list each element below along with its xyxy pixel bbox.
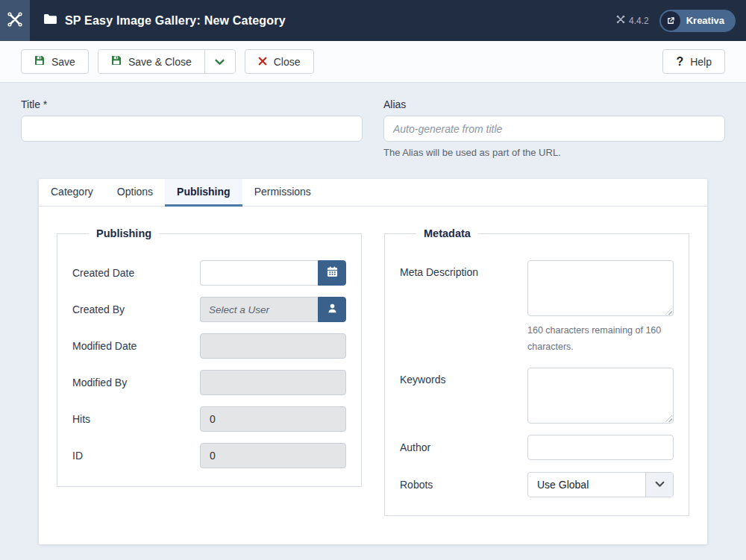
created-by-group (200, 297, 346, 322)
alias-input[interactable] (383, 116, 725, 142)
close-button[interactable]: Close (245, 49, 314, 74)
created-date-input[interactable] (200, 260, 318, 286)
created-date-group (200, 260, 346, 286)
tab-category[interactable]: Category (39, 179, 105, 207)
save-label: Save (51, 56, 75, 68)
robots-select[interactable]: Use Global (527, 472, 674, 497)
modified-date-label: Modified Date (72, 340, 200, 352)
title-label: Title * (21, 98, 363, 110)
author-label: Author (400, 441, 527, 453)
joomla-version-icon (616, 15, 625, 26)
alias-help-text: The Alias will be used as part of the UR… (383, 147, 725, 158)
tab-publishing[interactable]: Publishing (165, 179, 242, 207)
save-close-split-button: Save & Close (98, 49, 236, 74)
hits-label: Hits (72, 413, 200, 425)
close-label: Close (274, 56, 301, 68)
meta-description-textarea[interactable] (527, 260, 674, 316)
help-button[interactable]: ? Help (662, 49, 725, 74)
save-close-button[interactable]: Save & Close (98, 50, 204, 73)
vendor-button-label: Kreativa (686, 15, 724, 26)
metadata-fieldset: Metadata Meta Description 160 characters… (384, 227, 689, 516)
save-icon (34, 55, 45, 68)
meta-description-help: 160 characters remaining of 160 characte… (527, 323, 674, 356)
save-icon (111, 55, 122, 68)
robots-label: Robots (400, 479, 527, 491)
robots-selected-value: Use Global (528, 473, 645, 497)
edit-form-card: Category Options Publishing Permissions … (39, 179, 707, 544)
id-input (200, 443, 346, 468)
tab-options[interactable]: Options (105, 179, 165, 207)
publishing-tab-panel: Publishing Created Date (39, 207, 707, 544)
tab-bar: Category Options Publishing Permissions (39, 179, 707, 207)
help-label: Help (690, 56, 712, 68)
chevron-down-icon (215, 56, 225, 68)
meta-description-label: Meta Description (400, 260, 527, 278)
title-input[interactable] (21, 116, 363, 142)
vendor-kreativa-button[interactable]: Kreativa (659, 10, 736, 32)
hits-input (200, 406, 346, 432)
admin-header: SP Easy Image Gallery: New Category 4.4.… (0, 0, 746, 41)
user-icon (327, 303, 338, 316)
save-options-caret-button[interactable] (204, 50, 235, 73)
external-link-icon (661, 11, 680, 31)
created-date-label: Created Date (72, 267, 200, 279)
keywords-label: Keywords (400, 368, 527, 386)
joomla-version: 4.4.2 (616, 15, 649, 26)
publishing-fieldset: Publishing Created Date (57, 227, 362, 487)
calendar-icon (327, 266, 338, 280)
folder-icon (43, 13, 57, 28)
close-x-icon (258, 56, 267, 68)
publishing-legend: Publishing (89, 227, 159, 239)
question-mark-icon: ? (676, 55, 683, 69)
joomla-logo-tile[interactable] (0, 0, 30, 41)
modified-date-input (200, 333, 346, 359)
main-content: Title * Alias The Alias will be used as … (0, 83, 746, 544)
id-label: ID (72, 450, 200, 462)
tab-permissions[interactable]: Permissions (242, 179, 323, 207)
modified-by-input (200, 370, 346, 395)
version-text: 4.4.2 (629, 16, 649, 26)
page-title: SP Easy Image Gallery: New Category (65, 14, 286, 28)
calendar-picker-button[interactable] (318, 260, 346, 286)
save-close-label: Save & Close (128, 56, 192, 68)
alias-label: Alias (383, 98, 725, 110)
save-button[interactable]: Save (21, 49, 89, 74)
select-user-button[interactable] (318, 297, 346, 322)
author-input[interactable] (527, 435, 674, 460)
modified-by-label: Modified By (72, 377, 200, 388)
keywords-textarea[interactable] (527, 368, 674, 424)
created-by-input (200, 297, 318, 322)
created-by-label: Created By (72, 303, 200, 315)
joomla-logo-icon (7, 11, 23, 31)
select-chevron-down-icon (645, 473, 673, 497)
metadata-legend: Metadata (416, 227, 478, 239)
toolbar: Save Save & Close Close ? (0, 41, 746, 83)
